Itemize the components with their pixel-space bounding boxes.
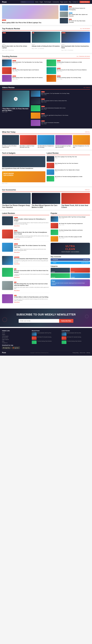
review-2-image [2,230,13,238]
nav-tech[interactable]: Technologies [44,1,51,2]
video-list-item-5[interactable]: Review The Top Best Smartwatch Wearables… [31,120,90,126]
hero-main-image[interactable] [2,5,58,19]
review-item-6[interactable]: Pen The Best Fixing Pots You Can Buy Fro… [2,281,49,293]
footer-post-2[interactable]: We Tested The Top Best Gaming [32,336,60,340]
review-item-1[interactable]: Camera Ultimate Guide: 10 Best Cameras f… [2,216,49,228]
product-card-1[interactable]: Laptop Laptop Best Product 2020: Our Pic… [2,32,31,51]
footer-privacy-link[interactable]: Privacy Policy [73,352,79,353]
footer-link-home[interactable]: Home [2,332,30,334]
footer-link-tech[interactable]: Technologies [2,336,30,337]
review-item-2[interactable]: Phone Best Phone in the US for 2020: The… [2,230,49,242]
footer-link-pages[interactable]: Pages [2,334,30,335]
top-products-title: Top Products Review [2,28,20,30]
popular-item-1[interactable]: Best Smartwatch 2020: Top Picks for Ever… [51,216,90,222]
car-card-1[interactable]: The Best Car Phone Chargers Keep Your Ha… [2,193,31,208]
footer-link-layouts[interactable]: Page Layouts [2,339,30,340]
popular-item-3[interactable]: The Best Gaming Chairs, Monitors and Des… [51,230,90,235]
footer-link-blog[interactable]: Blog [2,340,30,342]
tech-card-1[interactable]: Best Smartphones Enjoy with The Best Sma… [2,156,45,170]
video-play-button[interactable] [14,97,18,101]
nav-pages[interactable]: Pages [40,1,43,2]
trending-item-5[interactable]: Review We Clean Up Our AC By Testing 13 … [46,67,90,74]
search-input[interactable] [20,1,34,3]
video-list-item-3[interactable]: Review The Top Best Netherlands Wearable… [31,105,90,112]
submit-review-button[interactable]: Submit Review [80,1,90,3]
facebook-button[interactable]: f Facebook 21,345 Likes [51,258,90,261]
review-1-link[interactable]: Read More [14,225,20,226]
footer-link-acc[interactable]: Accessories [2,337,30,338]
videos-link[interactable]: All VIDEOS [84,87,90,88]
hero-main-title[interactable]: Best Laptop 2020: Our Pick of the 15 Bes… [2,22,58,24]
hot-1-image [2,135,19,145]
hero-item-3[interactable]: Video We Tested The Top Video Game Conso… [60,18,90,24]
newsletter-subscribe-button[interactable]: Subscribe Now [59,319,73,323]
latest-item-1[interactable]: Best Tech Laptops You Can Buy This Year … [47,156,90,162]
footer-latest-2[interactable]: We Tested The Top Best Gaming [62,336,90,340]
trending-link[interactable]: ALL TRENDING REVIEWS [77,56,90,57]
newsletter-email-input[interactable] [19,319,59,323]
product-card-3[interactable]: Review Review Best Smartwatch 2020: the … [61,32,90,51]
nav-blog[interactable]: Blog [69,1,71,2]
app-store-button[interactable]: 🍎 App Store [11,346,20,349]
review-3-link[interactable]: Read More [14,252,20,253]
category-cameras[interactable]: Cameras [51,273,70,278]
hero-item-2[interactable]: Review Best Tablets 2020: Slim, Stylish … [60,12,90,17]
trending-item-6[interactable]: Review The Best Gaming Laptops You Can B… [46,75,90,82]
video-list-item-1[interactable]: Review Best Smartwatch: The Top Wearable… [31,90,90,97]
video-list-item-2[interactable]: Review Best VR Headset 2020 for Games, M… [31,98,90,104]
footer-sitemap-link[interactable]: Sitemap [86,352,90,353]
hot-item-4[interactable]: The Best Sunglasses by Style, Type and B… [55,135,72,148]
hot-item-2[interactable]: Best Bikes in 2020 for Road Mountain and… [20,135,37,148]
top-products-link[interactable]: ALL THE REVIEWS [80,28,90,29]
category-laptops[interactable]: Laptops [51,268,70,273]
review-6-link[interactable]: Read More [14,290,20,291]
product-card-2[interactable]: VR Review Ultimate Guide to Picking the … [32,32,60,51]
category-gadgets[interactable]: Gadgets [71,273,90,278]
trending-item-3[interactable]: Review Best Gaming Chairs: Top Computer … [2,75,46,82]
popular-item-2[interactable]: We Tested The Top Best Gaming Headphones… [51,223,90,228]
footer-post-3[interactable]: The Best Gaming Chairs Monitors [32,340,60,344]
trending-item-2[interactable]: Review Our Top Picks, Most Important Spe… [2,67,46,74]
trending-item-4[interactable]: Review 10 World Best Portable Air Condit… [46,60,90,66]
footer-post-1[interactable]: Best Smartwatch 2020 Top Picks [32,332,60,336]
car-card-3[interactable]: Top Rated Truck, SUV & Auto Seat Covers [61,193,90,208]
footer-post-3-text: The Best Gaming Chairs Monitors [37,340,52,344]
tech-card-2[interactable]: MOISTURIZER SUN SCREEN May 3, 2020 [2,171,45,184]
twitter-icon: t [52,262,52,264]
product-2-image: VR [32,32,60,43]
video-list-item-4[interactable]: Review The Best LED Light Bulb for Every… [31,112,90,119]
review-4-link[interactable]: Read More [14,263,20,264]
google-play-button[interactable]: ▶ Google Play [2,346,11,349]
footer-terms-link[interactable]: Terms of Use [80,352,85,353]
car-link[interactable]: VIEW ALL [85,189,90,190]
nav-contact[interactable]: Contact Us [72,1,78,2]
nav-home[interactable]: Home [35,1,39,2]
review-7-link[interactable]: Read More [14,302,20,303]
footer-latest-1[interactable]: Best Smartwatch 2020 Top Picks [62,332,90,336]
review-item-7[interactable]: Bike 10 Best Bikes in 2020, for Road Mou… [2,294,49,305]
hero-item-1[interactable]: Video Top 10 Best Drones Camera for Phot… [60,5,90,11]
trending-item-1[interactable]: Review Best Smartwatch: The Top Wearable… [2,60,46,66]
what-hot-link[interactable]: VIEW ALL [85,131,90,132]
review-item-3[interactable]: Camera Best Camera 2020: The 10 Best Cam… [2,243,49,254]
nav-layouts[interactable]: Page Layouts [60,1,68,2]
car-card-2[interactable]: The Best Mixed Spacers for Cars Before i… [32,193,60,208]
review-2-link[interactable]: Read More [14,238,20,240]
popular-item-4[interactable]: We Take a Look at The Best Laptop for 20… [51,236,90,242]
hot-item-1[interactable]: We Take a Look at The Best Laptop Finds [2,135,19,148]
video-main-thumb[interactable] [2,90,29,107]
review-5-link[interactable]: Read More [14,277,20,278]
latest-item-2[interactable]: Best Gaming Tech for You This Year Gamer… [47,163,90,168]
review-item-5[interactable]: Car Best Car Accessories 2020: Car Tech … [2,268,49,280]
latest-item-4[interactable]: We Tested on The Best Gaming Headphones … [47,176,90,182]
category-phones[interactable]: Phones [71,268,90,273]
footer-latest-3[interactable]: The Best Gaming Chairs Monitors [62,340,90,344]
latest-item-3[interactable]: Best Innovations For You Tablets We've T… [47,169,90,175]
hot-item-5[interactable]: The Best Headphones You Can Buy [73,135,90,148]
car-2-title: The Best Mixed Spacers for Cars Before i… [32,204,60,208]
footer-link-contact[interactable]: Contact Us [2,342,30,344]
twitter-button[interactable]: t Twitter 11,231 Followers [51,262,90,264]
nav-accessories[interactable]: Accessories [52,1,59,2]
review-item-4[interactable]: Smartwatch Best Smartwatches 2020 Picked… [2,256,49,266]
hot-item-3[interactable]: The Best Wireless Headphones You Can Buy [38,135,54,148]
